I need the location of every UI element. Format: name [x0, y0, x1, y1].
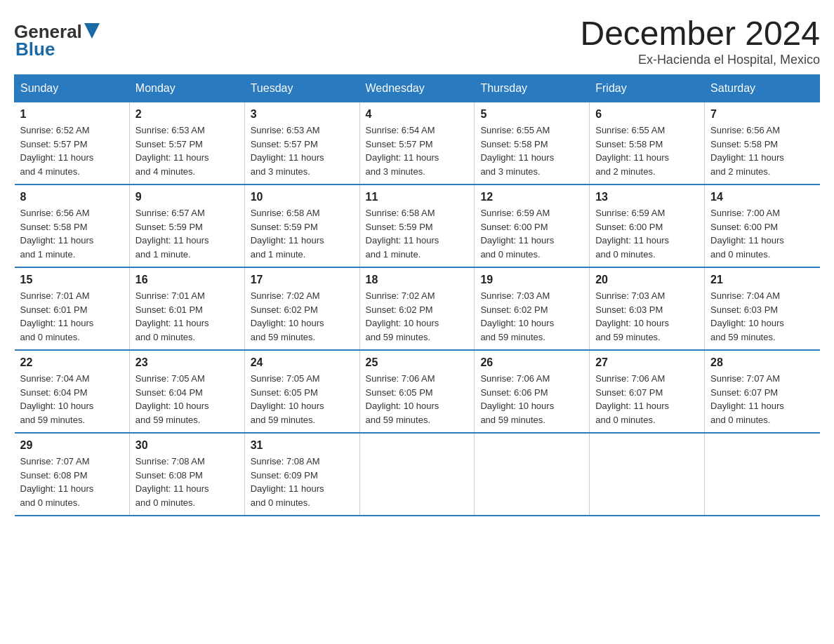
day-info: Sunrise: 7:03 AM Sunset: 6:03 PM Dayligh…	[595, 289, 699, 344]
day-number: 26	[480, 356, 583, 369]
day-number: 18	[366, 274, 469, 286]
day-number: 25	[366, 356, 469, 369]
calendar-cell: 8Sunrise: 6:56 AM Sunset: 5:58 PM Daylig…	[15, 185, 130, 267]
calendar-cell: 31Sunrise: 7:08 AM Sunset: 6:09 PM Dayli…	[244, 433, 359, 516]
day-info: Sunrise: 7:04 AM Sunset: 6:03 PM Dayligh…	[710, 289, 814, 344]
day-number: 20	[595, 274, 699, 286]
logo-blue: Blue	[15, 39, 55, 60]
day-info: Sunrise: 6:59 AM Sunset: 6:00 PM Dayligh…	[480, 206, 583, 261]
day-number: 30	[135, 439, 239, 452]
calendar-cell: 15Sunrise: 7:01 AM Sunset: 6:01 PM Dayli…	[15, 267, 130, 350]
calendar-cell	[475, 433, 590, 516]
calendar-cell	[359, 433, 475, 516]
day-info: Sunrise: 6:54 AM Sunset: 5:57 PM Dayligh…	[366, 123, 469, 178]
calendar-cell: 9Sunrise: 6:57 AM Sunset: 5:59 PM Daylig…	[129, 185, 244, 267]
day-number: 22	[20, 356, 124, 369]
day-info: Sunrise: 6:56 AM Sunset: 5:58 PM Dayligh…	[20, 206, 124, 261]
calendar-cell: 4Sunrise: 6:54 AM Sunset: 5:57 PM Daylig…	[359, 102, 475, 185]
day-info: Sunrise: 7:07 AM Sunset: 6:08 PM Dayligh…	[20, 455, 124, 509]
calendar-cell: 27Sunrise: 7:06 AM Sunset: 6:07 PM Dayli…	[590, 350, 705, 433]
day-number: 2	[135, 108, 239, 121]
day-number: 16	[135, 274, 239, 286]
calendar-cell: 1Sunrise: 6:52 AM Sunset: 5:57 PM Daylig…	[15, 102, 130, 185]
calendar-cell: 10Sunrise: 6:58 AM Sunset: 5:59 PM Dayli…	[244, 185, 359, 267]
day-number: 12	[480, 191, 583, 203]
day-info: Sunrise: 7:05 AM Sunset: 6:04 PM Dayligh…	[135, 372, 239, 427]
day-number: 11	[366, 191, 469, 203]
calendar-cell: 29Sunrise: 7:07 AM Sunset: 6:08 PM Dayli…	[15, 433, 130, 516]
day-info: Sunrise: 6:53 AM Sunset: 5:57 PM Dayligh…	[135, 123, 239, 178]
day-number: 3	[251, 108, 354, 121]
day-info: Sunrise: 7:02 AM Sunset: 6:02 PM Dayligh…	[366, 289, 469, 344]
logo-triangle-icon	[84, 23, 100, 39]
day-info: Sunrise: 6:56 AM Sunset: 5:58 PM Dayligh…	[710, 123, 814, 178]
day-info: Sunrise: 7:01 AM Sunset: 6:01 PM Dayligh…	[20, 289, 124, 344]
day-number: 31	[251, 439, 354, 452]
day-info: Sunrise: 6:52 AM Sunset: 5:57 PM Dayligh…	[20, 123, 124, 178]
day-info: Sunrise: 7:06 AM Sunset: 6:05 PM Dayligh…	[366, 372, 469, 427]
calendar-cell: 14Sunrise: 7:00 AM Sunset: 6:00 PM Dayli…	[705, 185, 820, 267]
calendar-cell: 19Sunrise: 7:03 AM Sunset: 6:02 PM Dayli…	[475, 267, 590, 350]
day-info: Sunrise: 6:55 AM Sunset: 5:58 PM Dayligh…	[480, 123, 583, 178]
calendar-cell: 24Sunrise: 7:05 AM Sunset: 6:05 PM Dayli…	[244, 350, 359, 433]
calendar-cell: 11Sunrise: 6:58 AM Sunset: 5:59 PM Dayli…	[359, 185, 475, 267]
calendar-cell: 13Sunrise: 6:59 AM Sunset: 6:00 PM Dayli…	[590, 185, 705, 267]
day-info: Sunrise: 7:08 AM Sunset: 6:09 PM Dayligh…	[251, 455, 354, 509]
col-header-saturday: Saturday	[705, 75, 820, 102]
calendar-cell: 23Sunrise: 7:05 AM Sunset: 6:04 PM Dayli…	[129, 350, 244, 433]
svg-marker-0	[84, 23, 100, 39]
day-info: Sunrise: 7:03 AM Sunset: 6:02 PM Dayligh…	[480, 289, 583, 344]
calendar-header-row: SundayMondayTuesdayWednesdayThursdayFrid…	[15, 75, 820, 102]
col-header-wednesday: Wednesday	[359, 75, 475, 102]
day-info: Sunrise: 7:08 AM Sunset: 6:08 PM Dayligh…	[135, 455, 239, 509]
calendar-table: SundayMondayTuesdayWednesdayThursdayFrid…	[14, 74, 820, 516]
day-number: 19	[480, 274, 583, 286]
day-number: 24	[251, 356, 354, 369]
day-info: Sunrise: 6:58 AM Sunset: 5:59 PM Dayligh…	[251, 206, 354, 261]
day-info: Sunrise: 7:01 AM Sunset: 6:01 PM Dayligh…	[135, 289, 239, 344]
day-number: 15	[20, 274, 124, 286]
calendar-cell: 21Sunrise: 7:04 AM Sunset: 6:03 PM Dayli…	[705, 267, 820, 350]
calendar-cell: 30Sunrise: 7:08 AM Sunset: 6:08 PM Dayli…	[129, 433, 244, 516]
day-number: 29	[20, 439, 124, 452]
day-number: 23	[135, 356, 239, 369]
day-number: 8	[20, 191, 124, 203]
day-info: Sunrise: 6:53 AM Sunset: 5:57 PM Dayligh…	[251, 123, 354, 178]
month-title: December 2024	[580, 14, 820, 53]
day-number: 27	[595, 356, 699, 369]
day-number: 21	[710, 274, 814, 286]
calendar-cell: 26Sunrise: 7:06 AM Sunset: 6:06 PM Dayli…	[475, 350, 590, 433]
calendar-cell	[705, 433, 820, 516]
day-info: Sunrise: 6:58 AM Sunset: 5:59 PM Dayligh…	[366, 206, 469, 261]
calendar-cell: 20Sunrise: 7:03 AM Sunset: 6:03 PM Dayli…	[590, 267, 705, 350]
day-number: 13	[595, 191, 699, 203]
calendar-cell: 12Sunrise: 6:59 AM Sunset: 6:00 PM Dayli…	[475, 185, 590, 267]
col-header-tuesday: Tuesday	[244, 75, 359, 102]
col-header-sunday: Sunday	[15, 75, 130, 102]
day-number: 14	[710, 191, 814, 203]
calendar-cell: 18Sunrise: 7:02 AM Sunset: 6:02 PM Dayli…	[359, 267, 475, 350]
day-info: Sunrise: 6:55 AM Sunset: 5:58 PM Dayligh…	[595, 123, 699, 178]
day-info: Sunrise: 7:06 AM Sunset: 6:07 PM Dayligh…	[595, 372, 699, 427]
calendar-week-row: 8Sunrise: 6:56 AM Sunset: 5:58 PM Daylig…	[15, 185, 820, 267]
day-info: Sunrise: 6:57 AM Sunset: 5:59 PM Dayligh…	[135, 206, 239, 261]
calendar-cell: 5Sunrise: 6:55 AM Sunset: 5:58 PM Daylig…	[475, 102, 590, 185]
day-number: 9	[135, 191, 239, 203]
day-info: Sunrise: 7:02 AM Sunset: 6:02 PM Dayligh…	[251, 289, 354, 344]
calendar-week-row: 22Sunrise: 7:04 AM Sunset: 6:04 PM Dayli…	[15, 350, 820, 433]
calendar-cell: 28Sunrise: 7:07 AM Sunset: 6:07 PM Dayli…	[705, 350, 820, 433]
col-header-friday: Friday	[590, 75, 705, 102]
calendar-cell	[590, 433, 705, 516]
day-number: 1	[20, 108, 124, 121]
day-number: 5	[480, 108, 583, 121]
calendar-cell: 25Sunrise: 7:06 AM Sunset: 6:05 PM Dayli…	[359, 350, 475, 433]
day-info: Sunrise: 7:05 AM Sunset: 6:05 PM Dayligh…	[251, 372, 354, 427]
day-number: 6	[595, 108, 699, 121]
col-header-thursday: Thursday	[475, 75, 590, 102]
location-subtitle: Ex-Hacienda el Hospital, Mexico	[580, 53, 820, 67]
day-info: Sunrise: 7:06 AM Sunset: 6:06 PM Dayligh…	[480, 372, 583, 427]
day-info: Sunrise: 7:00 AM Sunset: 6:00 PM Dayligh…	[710, 206, 814, 261]
calendar-cell: 2Sunrise: 6:53 AM Sunset: 5:57 PM Daylig…	[129, 102, 244, 185]
day-number: 17	[251, 274, 354, 286]
logo: General Blue	[14, 21, 100, 60]
